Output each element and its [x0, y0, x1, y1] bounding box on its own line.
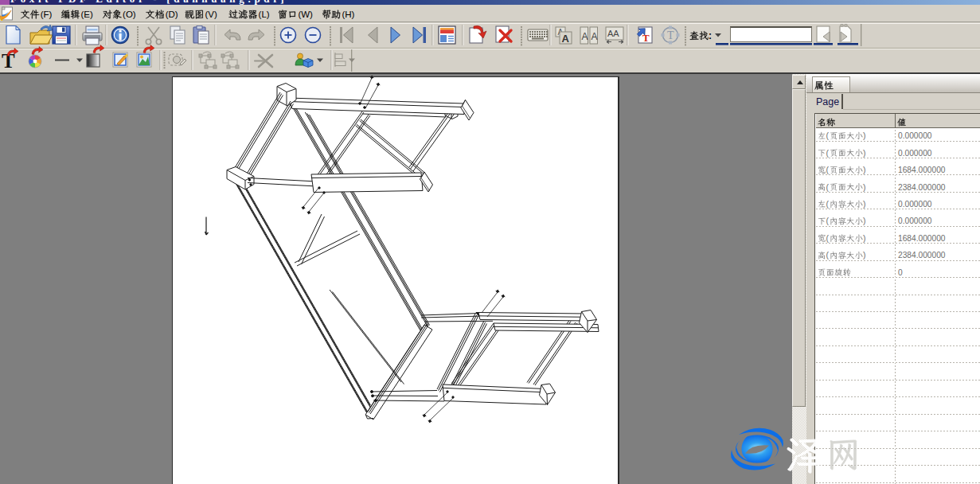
svg-text:T: T — [642, 32, 650, 44]
svg-text:(V): (V) — [205, 10, 217, 19]
svg-text:(L): (L) — [259, 10, 270, 19]
svg-text:(: ( — [826, 131, 830, 140]
svg-text:(F): (F) — [41, 10, 53, 19]
svg-text:(H): (H) — [342, 10, 354, 19]
svg-text:0.000000: 0.000000 — [898, 200, 932, 209]
svg-text:1684.000000: 1684.000000 — [898, 166, 946, 174]
svg-text:(D): (D) — [166, 10, 178, 19]
svg-text:): ) — [863, 199, 866, 209]
svg-text:0.000000: 0.000000 — [898, 217, 932, 225]
svg-text:0.000000: 0.000000 — [898, 131, 932, 140]
svg-text:AA: AA — [607, 29, 619, 38]
svg-text:1684.000000: 1684.000000 — [898, 234, 946, 243]
svg-text:(: ( — [826, 199, 830, 209]
svg-text:): ) — [863, 233, 866, 243]
svg-text:(E): (E) — [80, 10, 93, 19]
svg-text:(W): (W) — [298, 10, 313, 19]
svg-text:T: T — [667, 29, 674, 41]
svg-text:(: ( — [826, 250, 830, 260]
svg-text:): ) — [863, 148, 866, 158]
svg-text:): ) — [863, 216, 866, 225]
svg-text:): ) — [863, 182, 866, 192]
svg-text:(: ( — [826, 233, 830, 243]
svg-text:(O): (O) — [123, 10, 136, 19]
svg-text:(: ( — [826, 148, 830, 158]
svg-text:(: ( — [826, 216, 830, 225]
svg-text:): ) — [863, 250, 866, 260]
svg-text:0.000000: 0.000000 — [898, 149, 932, 158]
svg-text:0: 0 — [898, 268, 903, 277]
svg-text:(: ( — [826, 182, 830, 192]
svg-text:2384.000000: 2384.000000 — [898, 183, 946, 192]
svg-text:A: A — [562, 33, 570, 45]
svg-text:A: A — [582, 31, 588, 42]
svg-text:A: A — [592, 31, 598, 42]
svg-text:2384.000000: 2384.000000 — [898, 251, 946, 260]
svg-text:Page: Page — [816, 96, 839, 107]
svg-text:(: ( — [826, 165, 830, 174]
svg-text:): ) — [863, 131, 866, 140]
svg-text::: : — [709, 30, 712, 41]
svg-text:): ) — [863, 165, 866, 174]
